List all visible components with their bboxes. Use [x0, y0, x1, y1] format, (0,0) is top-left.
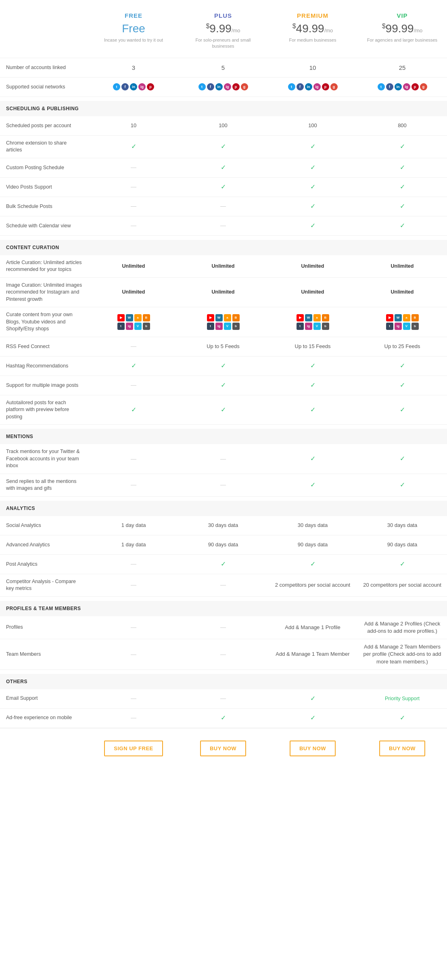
- amazon-icon: a: [134, 314, 142, 321]
- amazon-icon: a: [403, 314, 410, 321]
- val-tm-plus: —: [178, 451, 268, 467]
- wordpress-icon: W: [215, 314, 223, 321]
- val-bs-free: —: [89, 198, 178, 214]
- feature-custom-schedule: Custom Posting Schedule: [0, 160, 89, 176]
- plan-price-plus: $9.99/mo: [184, 22, 262, 35]
- val-pf-vip: Add & Manage 2 Profiles (Check add-ons t…: [357, 616, 447, 639]
- val-aa-free: 1 day data: [89, 537, 178, 552]
- header-row: FREE Free Incase you wanted to try it ou…: [0, 0, 447, 58]
- val-sp-vip: 800: [357, 118, 447, 133]
- instagram2-icon: ig: [215, 323, 223, 330]
- feature-rss-feed: RSS Feed Connect: [0, 339, 89, 355]
- val-cs-plus: ✓: [178, 159, 268, 176]
- row-custom-schedule: Custom Posting Schedule — ✓ ✓ ✓: [0, 158, 447, 178]
- plan-price-free: Free: [95, 22, 172, 35]
- youtube-icon: ▶: [117, 314, 125, 321]
- plan-name-premium: PREMIUM: [274, 12, 351, 19]
- section-others: OTHERS: [0, 674, 447, 689]
- section-profiles: PROFILES & TEAM MEMBERS: [0, 601, 447, 616]
- val-es-plus: —: [178, 690, 268, 707]
- facebook-icon: f: [207, 83, 214, 90]
- plan-header-free: FREE Free Incase you wanted to try it ou…: [89, 8, 178, 54]
- youtube-icon: ▶: [297, 314, 304, 321]
- section-scheduling: SCHEDULING & PUBLISHING: [0, 101, 447, 116]
- plus-amount: 9.99: [209, 22, 232, 35]
- section-title-curation: CONTENT CURATION: [6, 245, 441, 250]
- val-ht-vip: ✓: [357, 357, 447, 374]
- cta-plus: Buy Now: [178, 739, 268, 758]
- instagram-icon: ig: [138, 83, 146, 90]
- feature-social-analytics: Social Analytics: [0, 518, 89, 533]
- row-video-posts: Video Posts Support — ✓ ✓ ✓: [0, 178, 447, 197]
- google-icon: g: [241, 83, 248, 90]
- val-ce-premium: ✓: [268, 138, 357, 155]
- youtube-icon: ▶: [386, 314, 393, 321]
- buy-now-premium-button[interactable]: Buy Now: [290, 741, 336, 756]
- twitter-icon: t: [288, 83, 295, 90]
- signup-free-button[interactable]: Sign Up Free: [104, 741, 163, 756]
- val-ce-vip: ✓: [357, 138, 447, 155]
- row-track-mentions: Track mentions for your Twitter & Facebo…: [0, 444, 447, 474]
- val-sa-free: 1 day data: [89, 518, 178, 533]
- instagram-icon: ig: [224, 83, 231, 90]
- feature-post-analytics: Post Analytics: [0, 557, 89, 572]
- val-vp-premium: ✓: [268, 178, 357, 195]
- feature-video-posts: Video Posts Support: [0, 180, 89, 195]
- linkedin-icon: in: [395, 83, 402, 90]
- val-tm-free: —: [89, 451, 178, 467]
- instagram-icon: ig: [313, 83, 321, 90]
- val-tm-vip: ✓: [357, 450, 447, 467]
- b-icon: b: [143, 323, 150, 330]
- val-tm2-free: —: [89, 646, 178, 663]
- val-tm2-vip: Add & Manage 2 Team Members per profile …: [357, 639, 447, 669]
- feature-chrome-ext: Chrome extension to share articles: [0, 136, 89, 158]
- twitter-icon: t: [113, 83, 120, 90]
- tumblr-icon: t: [386, 323, 393, 330]
- vip-mo: /mo: [414, 27, 423, 34]
- cta-vip: Buy Now: [357, 739, 447, 758]
- val-cv-premium: ✓: [268, 217, 357, 234]
- val-rss-plus: Up to 5 Feeds: [178, 339, 268, 354]
- val-ic-plus: Unlimited: [178, 285, 268, 300]
- feature-send-replies: Send replies to all the mentions with im…: [0, 474, 89, 496]
- val-ca-vip: 20 competitors per social account: [357, 577, 447, 593]
- val-bs-plus: —: [178, 198, 268, 214]
- plan-desc-premium: For medium businesses: [274, 37, 351, 43]
- val-social-vip: t f in ig p g: [357, 79, 447, 94]
- val-bs-premium: ✓: [268, 198, 357, 215]
- feature-bulk-schedule: Bulk Schedule Posts: [0, 199, 89, 214]
- row-bulk-schedule: Bulk Schedule Posts — — ✓ ✓: [0, 197, 447, 216]
- priority-support-label: Priority Support: [385, 696, 420, 701]
- cta-row: Sign Up Free Buy Now Buy Now Buy Now: [0, 728, 447, 768]
- val-social-plus: t f in ig p g: [178, 79, 268, 94]
- buy-now-vip-button[interactable]: Buy Now: [379, 741, 425, 756]
- val-mi-plus: ✓: [178, 377, 268, 394]
- val-vp-vip: ✓: [357, 178, 447, 195]
- feature-accounts: Number of accounts linked: [0, 60, 89, 76]
- tumblr-icon: t: [297, 323, 304, 330]
- row-team-members: Team Members — — Add & Manage 1 Team Mem…: [0, 639, 447, 670]
- facebook-icon: f: [121, 83, 129, 90]
- feature-competitor-analysis: Competitor Analysis - Compare key metric…: [0, 574, 89, 596]
- row-accounts: Number of accounts linked 3 5 10 25: [0, 58, 447, 78]
- val-ic-free: Unlimited: [89, 285, 178, 300]
- plan-header-plus: PLUS $9.99/mo For solo-preneurs and smal…: [178, 8, 268, 54]
- val-ht-premium: ✓: [268, 357, 357, 374]
- val-cs-free: —: [89, 159, 178, 176]
- val-cc-premium: ▶ W a B t ig V b: [268, 310, 357, 334]
- b-icon: b: [411, 323, 419, 330]
- row-advanced-analytics: Advanced Analytics 1 day data 90 days da…: [0, 535, 447, 555]
- buy-now-plus-button[interactable]: Buy Now: [200, 741, 246, 756]
- plan-header-premium: PREMIUM $49.99/mo For medium businesses: [268, 8, 357, 54]
- val-sp-premium: 100: [268, 118, 357, 133]
- wordpress-icon: W: [395, 314, 402, 321]
- row-chrome-ext: Chrome extension to share articles ✓ ✓ ✓…: [0, 136, 447, 158]
- val-sa-vip: 30 days data: [357, 518, 447, 533]
- val-sp-plus: 100: [178, 118, 268, 133]
- val-at-plus: ✓: [178, 401, 268, 418]
- row-email-support: Email Support — — ✓ Priority Support: [0, 689, 447, 709]
- pinterest-icon: p: [411, 83, 419, 90]
- feature-profiles: Profiles: [0, 620, 89, 635]
- val-ca-plus: —: [178, 577, 268, 593]
- val-ac-plus: Unlimited: [178, 259, 268, 274]
